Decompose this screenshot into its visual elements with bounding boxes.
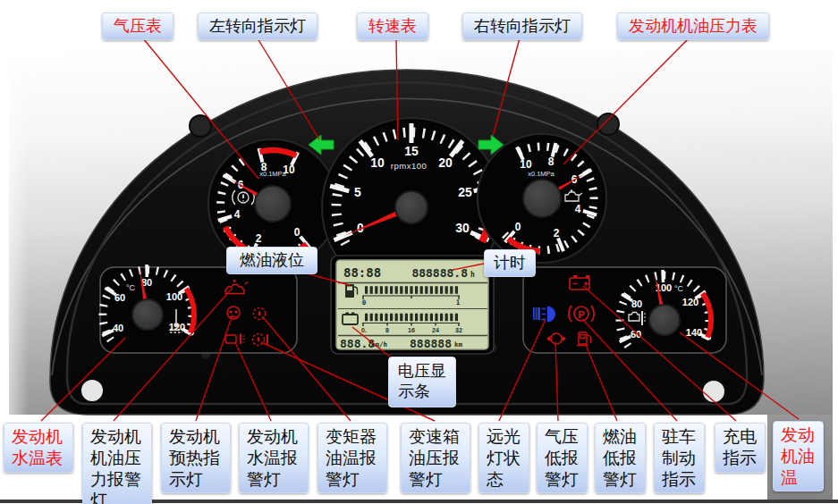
air-pressure-unit: x0.1MPa bbox=[259, 170, 286, 178]
svg-text:60: 60 bbox=[631, 329, 641, 340]
label-water-temp-warning: 发动机水温报警灯 bbox=[239, 423, 309, 493]
needle-hub bbox=[395, 191, 427, 223]
svg-text:25: 25 bbox=[458, 185, 472, 199]
label-tachometer: 转速表 bbox=[357, 13, 428, 40]
svg-text:32: 32 bbox=[455, 327, 462, 333]
label-hour-meter: 计时 bbox=[484, 249, 536, 277]
svg-text:0.: 0. bbox=[361, 327, 367, 333]
label-fuel-low-warning: 燃油低报警灯 bbox=[595, 423, 646, 493]
svg-text:2: 2 bbox=[256, 232, 262, 245]
lcd-speed: 888.8 bbox=[340, 337, 375, 350]
svg-text:80: 80 bbox=[631, 298, 642, 309]
needle-hub bbox=[649, 305, 680, 335]
high-beam-icon bbox=[533, 307, 555, 323]
lcd-clock: 88:88 bbox=[343, 265, 381, 280]
svg-text:120: 120 bbox=[682, 297, 698, 307]
svg-text:140: 140 bbox=[686, 327, 702, 338]
svg-text:1: 1 bbox=[456, 298, 461, 307]
needle-hub bbox=[523, 180, 561, 217]
oil-pressure-unit: x0.1MPa bbox=[528, 170, 554, 178]
svg-text:2: 2 bbox=[554, 227, 560, 239]
svg-text:40: 40 bbox=[113, 323, 123, 333]
left-lower-panel: 40 60 80 100 120 °C bbox=[100, 265, 297, 353]
needle-hub bbox=[255, 186, 291, 222]
oil-temp-unit: °C bbox=[674, 284, 684, 293]
svg-text:15: 15 bbox=[404, 144, 419, 158]
label-air-pressure-gauge: 气压表 bbox=[102, 13, 174, 40]
tachometer-unit: rpmx100 bbox=[391, 161, 427, 171]
label-engine-oil-temp: 发动机油温 bbox=[773, 421, 824, 491]
label-engine-water-temp-gauge: 发动机水温表 bbox=[4, 423, 73, 473]
label-fuel-level: 燃油液位 bbox=[226, 247, 317, 274]
svg-text:4: 4 bbox=[575, 203, 581, 215]
screw-hole bbox=[80, 379, 104, 402]
label-engine-oil-pressure-warning: 发动机机油压力报警灯 bbox=[82, 423, 152, 504]
svg-text:5: 5 bbox=[354, 185, 361, 199]
svg-text:0: 0 bbox=[515, 221, 521, 233]
label-engine-oil-pressure-gauge: 发动机机油压力表 bbox=[617, 13, 769, 40]
oil-pressure-gauge: 0 2 4 6 8 10 x0.1MPa bbox=[478, 134, 606, 263]
screw-hole bbox=[597, 113, 619, 135]
right-lower-panel: P bbox=[523, 267, 726, 353]
svg-text:8: 8 bbox=[385, 327, 389, 333]
label-left-turn-indicator: 左转向指示灯 bbox=[198, 13, 317, 40]
svg-text:10: 10 bbox=[370, 155, 385, 170]
lcd-display: 88:88 888888.8 h 0 1 0. bbox=[331, 256, 494, 354]
label-engine-preheat-indicator: 发动机预热指示灯 bbox=[161, 423, 231, 493]
svg-text:4: 4 bbox=[234, 208, 241, 221]
label-voltage-bar: 电压显示条 bbox=[388, 357, 456, 407]
svg-text:16: 16 bbox=[408, 327, 415, 333]
svg-text:0: 0 bbox=[362, 298, 367, 307]
svg-text:24: 24 bbox=[432, 327, 439, 333]
svg-text:0: 0 bbox=[294, 226, 300, 239]
label-high-beam-status: 远光灯状态 bbox=[478, 423, 529, 493]
water-temp-unit: °C bbox=[126, 283, 136, 292]
label-charge-indicator: 充电指示 bbox=[715, 423, 766, 473]
svg-text:10: 10 bbox=[520, 158, 532, 171]
svg-text:30: 30 bbox=[455, 221, 470, 235]
svg-text:h: h bbox=[470, 271, 475, 279]
svg-text:P: P bbox=[578, 309, 584, 320]
svg-text:km: km bbox=[454, 340, 463, 349]
label-parking-brake-indicator: 驻车制动指示 bbox=[654, 423, 705, 493]
label-transmission-oil-pressure-warning: 变速箱油压报警灯 bbox=[401, 423, 470, 493]
svg-text:60: 60 bbox=[114, 292, 125, 303]
screw-hole bbox=[190, 115, 211, 137]
svg-text:100: 100 bbox=[166, 291, 182, 302]
lcd-odometer: 888888 bbox=[410, 337, 452, 350]
svg-text:8: 8 bbox=[548, 155, 554, 168]
needle-hub bbox=[132, 299, 163, 330]
svg-text:20: 20 bbox=[438, 155, 453, 170]
label-right-turn-indicator: 右转向指示灯 bbox=[462, 13, 582, 40]
label-air-pressure-low-warning: 气压低报警灯 bbox=[537, 423, 588, 493]
label-torque-converter-temp-warning: 变矩器油温报警灯 bbox=[317, 423, 387, 493]
screw-hole bbox=[702, 380, 725, 403]
